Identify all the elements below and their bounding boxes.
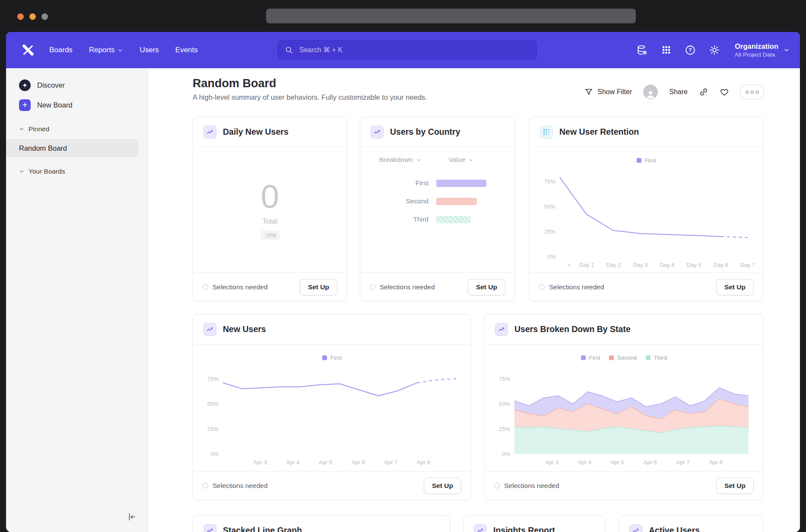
status-circle-icon (539, 284, 545, 290)
card-title: Stacked Line Graph (223, 526, 302, 532)
chevron-down-icon (469, 158, 473, 162)
svg-text:0%: 0% (547, 253, 555, 260)
more-options-button[interactable] (740, 85, 764, 99)
svg-text:25%: 25% (207, 426, 218, 432)
discover-icon (19, 79, 31, 91)
search-input[interactable] (298, 46, 530, 54)
set-up-button[interactable]: Set Up (716, 478, 754, 494)
card-active-users: Active Users (619, 515, 764, 532)
nav-item-boards[interactable]: Boards (49, 46, 73, 54)
sidebar-section-your-boards[interactable]: Your Boards (6, 168, 148, 175)
close-window-button[interactable] (17, 13, 24, 20)
app-window: Boards Reports Users Events (0, 0, 806, 532)
line-chart-icon (629, 524, 642, 532)
line-chart-icon (474, 524, 487, 532)
global-search[interactable] (277, 40, 537, 60)
legend-item: First (637, 157, 656, 164)
svg-text:Apr 8: Apr 8 (709, 459, 722, 466)
svg-text:Day 2: Day 2 (606, 262, 621, 268)
country-row: Second (360, 196, 515, 206)
share-button[interactable]: Share (669, 88, 688, 96)
chart-legend: First Second Third (485, 355, 763, 361)
line-chart-icon (371, 126, 384, 139)
card-stacked-line-graph: Stacked Line Graph (193, 515, 450, 532)
top-navbar: Boards Reports Users Events (6, 32, 800, 68)
svg-text:50%: 50% (498, 401, 510, 407)
chevron-down-icon (117, 48, 123, 53)
new-users-line-chart: 75%50%25%0%Apr 3Apr 4Apr 5Apr 6Apr 7Apr … (200, 363, 464, 469)
legend-item: First (581, 355, 600, 361)
svg-text:Apr 6: Apr 6 (643, 459, 657, 466)
legend-item: First (322, 355, 342, 361)
metric-value: 0 (261, 180, 279, 213)
window-titlebar (0, 0, 806, 32)
status-circle-icon (494, 483, 500, 488)
sidebar-item-new-board[interactable]: + New Board (6, 95, 148, 115)
card-new-user-retention: New User Retention First 75%50%25%0%Day … (529, 117, 764, 301)
card-title: Insights Report (493, 526, 555, 532)
set-up-button[interactable]: Set Up (716, 279, 754, 295)
svg-text:Apr 3: Apr 3 (253, 459, 267, 466)
svg-text:Apr 5: Apr 5 (610, 459, 624, 466)
heart-icon (720, 87, 729, 97)
breakdown-dropdown[interactable]: Breakdown (379, 156, 421, 164)
data-management-icon[interactable] (636, 44, 647, 56)
search-icon (285, 46, 293, 54)
bar (436, 216, 471, 223)
sidebar-item-random-board[interactable]: Random Board (6, 139, 138, 157)
chevron-down-icon (784, 47, 790, 53)
sidebar-section-pinned[interactable]: Pinned (6, 125, 148, 133)
avatar[interactable] (643, 85, 658, 99)
nav-item-users[interactable]: Users (140, 46, 159, 54)
selections-status: Selections needed (203, 283, 268, 291)
legend-item: Third (646, 355, 667, 361)
collapse-sidebar-button[interactable] (125, 510, 138, 523)
board-actions: Show Filter Share (584, 85, 764, 99)
show-filter-button[interactable]: Show Filter (584, 88, 632, 96)
zoom-window-button[interactable] (41, 13, 48, 20)
country-row: Third (360, 215, 515, 224)
favorite-button[interactable] (720, 87, 729, 97)
card-title: Active Users (649, 526, 700, 532)
card-users-by-country: Users by Country Breakdown Value (360, 117, 515, 301)
value-dropdown[interactable]: Value (449, 156, 474, 164)
nav-items: Boards Reports Users Events (49, 46, 198, 54)
card-new-users: New Users First 75%50%25%0%Apr 3Apr 4Apr… (193, 314, 471, 500)
set-up-button[interactable]: Set Up (300, 279, 337, 295)
traffic-lights (17, 13, 48, 20)
minimize-window-button[interactable] (29, 13, 36, 20)
set-up-button[interactable]: Set Up (424, 478, 461, 494)
mixpanel-logo[interactable] (21, 43, 35, 57)
line-chart-icon (495, 323, 508, 336)
app-frame: Boards Reports Users Events (6, 32, 800, 532)
selections-status: Selections needed (539, 283, 604, 291)
selections-status: Selections needed (494, 482, 559, 490)
card-insights-report: Insights Report (463, 515, 606, 532)
org-switcher[interactable]: Organization All Project Data (735, 42, 790, 59)
apps-grid-icon[interactable] (660, 44, 672, 56)
copy-link-button[interactable] (699, 87, 708, 97)
svg-text:0%: 0% (210, 451, 219, 457)
legend-item: Second (609, 355, 637, 361)
card-title: Daily New Users (223, 127, 289, 137)
org-name: Organization (735, 42, 778, 51)
svg-text:Day 1: Day 1 (579, 262, 594, 268)
svg-text:Day 3: Day 3 (633, 262, 648, 268)
board-main: Random Board A high-level summary of use… (148, 68, 800, 532)
browser-address-bar[interactable] (266, 9, 636, 23)
metric-delta: ↑0% (260, 231, 279, 240)
card-title: New User Retention (559, 127, 639, 137)
chart-legend: First (530, 157, 763, 164)
card-title: New Users (223, 324, 266, 334)
nav-item-events[interactable]: Events (175, 46, 198, 54)
nav-item-reports[interactable]: Reports (89, 46, 124, 54)
help-icon[interactable]: ? (685, 44, 696, 56)
chevron-down-icon (416, 158, 421, 162)
selections-status: Selections needed (370, 283, 435, 291)
settings-gear-icon[interactable] (709, 44, 720, 56)
sidebar-item-discover[interactable]: Discover (6, 75, 148, 95)
set-up-button[interactable]: Set Up (468, 279, 505, 295)
card-title: Users Broken Down By State (514, 324, 631, 334)
collapse-icon (127, 512, 136, 522)
person-icon (645, 89, 656, 99)
